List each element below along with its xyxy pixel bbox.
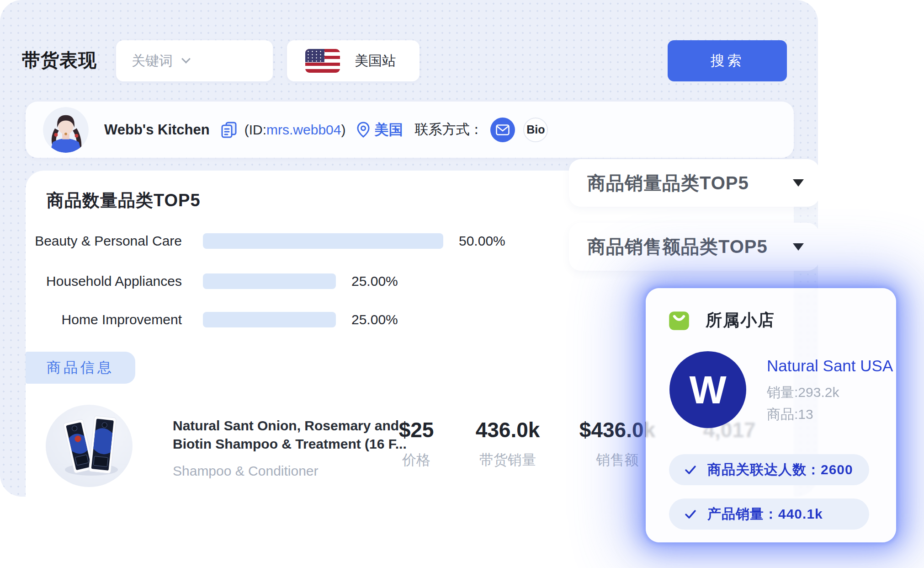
dropdown-label: 商品销量品类TOP5 xyxy=(587,171,749,196)
shop-card: 所属小店 W Natural Sant USA 销量:293.2k 商品:13 … xyxy=(646,288,896,542)
checkmark-icon xyxy=(684,463,697,477)
product-title[interactable]: Natural Sant Onion, Rosemary andBiotin S… xyxy=(173,417,410,453)
product-title-line2: Biotin Shampoo & Treatment (16 F... xyxy=(173,436,407,451)
stat-value: $25 xyxy=(375,418,457,442)
id-suffix: ) xyxy=(341,122,345,137)
chart-row-label: Beauty & Personal Care xyxy=(29,233,182,249)
shop-badge-text: 产品销量：440.1k xyxy=(707,505,823,524)
profile-card: Webb's Kitchen (ID:mrs.webb04) 美国 联系方式： xyxy=(26,102,794,158)
keyword-search-input[interactable]: 关键词 xyxy=(116,40,273,81)
chart-row-value: 50.00% xyxy=(459,233,505,249)
stat-value: 436.0k xyxy=(462,418,553,442)
location-pin-icon xyxy=(356,121,371,139)
chart-row: Beauty & Personal Care 50.00% xyxy=(29,233,505,249)
shop-avatar[interactable]: W xyxy=(669,351,746,428)
keyword-placeholder: 关键词 xyxy=(132,52,173,70)
shop-name-link[interactable]: Natural Sant USA xyxy=(767,357,893,375)
shop-product-count: 商品:13 xyxy=(767,405,813,424)
dropdown-label: 商品销售额品类TOP5 xyxy=(587,234,768,259)
shop-badge-creators: 商品关联达人数：2600 xyxy=(669,454,869,485)
id-prefix: (ID: xyxy=(244,122,266,137)
chevron-down-icon[interactable] xyxy=(181,54,191,64)
product-category: Shampoo & Conditioner xyxy=(173,463,319,479)
us-flag-icon xyxy=(305,49,340,73)
copy-icon[interactable] xyxy=(220,121,238,139)
email-contact-button[interactable] xyxy=(490,118,515,142)
shop-card-title: 所属小店 xyxy=(706,309,775,332)
shop-initial: W xyxy=(689,367,726,413)
page: 带货表现 关键词 美国站 搜索 xyxy=(0,0,924,568)
chart-bar xyxy=(203,312,336,327)
region-selector[interactable]: 美国站 xyxy=(287,40,420,81)
bio-button[interactable]: Bio xyxy=(523,118,548,142)
shop-sales: 销量:293.2k xyxy=(767,383,839,402)
shop-badge-sales: 产品销量：440.1k xyxy=(669,498,869,530)
chart-row-label: Household Appliances xyxy=(29,273,182,289)
chart-bar xyxy=(203,273,336,289)
chart-row: Home Improvement 25.00% xyxy=(29,311,398,328)
shopping-bag-icon xyxy=(666,307,692,333)
stat-price: $25 价格 xyxy=(375,418,457,470)
checkmark-icon xyxy=(684,507,697,521)
stat-label: 价格 xyxy=(375,450,457,470)
dropdown-sales-volume-top5[interactable]: 商品销量品类TOP5 xyxy=(569,159,818,207)
page-title: 带货表现 xyxy=(22,48,97,73)
avatar[interactable] xyxy=(43,107,89,153)
chart-bar xyxy=(203,233,443,249)
caret-down-icon xyxy=(793,243,804,251)
shop-badge-text: 商品关联达人数：2600 xyxy=(707,461,853,479)
product-title-line1: Natural Sant Onion, Rosemary and xyxy=(173,418,399,433)
chart-row-value: 25.00% xyxy=(351,273,398,289)
id-link[interactable]: mrs.webb04 xyxy=(266,122,341,137)
dropdown-sales-amount-top5[interactable]: 商品销售额品类TOP5 xyxy=(569,223,818,271)
caret-down-icon xyxy=(793,179,804,187)
chart-row: Household Appliances 25.00% xyxy=(29,273,398,289)
profile-region: 美国 xyxy=(374,120,403,139)
stat-label: 带货销量 xyxy=(462,450,553,470)
contact-label: 联系方式： xyxy=(414,120,483,139)
region-label: 美国站 xyxy=(355,52,396,70)
envelope-icon xyxy=(496,124,510,135)
shop-owner-id: (ID:mrs.webb04) xyxy=(244,122,346,138)
chart-title: 商品数量品类TOP5 xyxy=(47,189,201,212)
search-button[interactable]: 搜索 xyxy=(668,40,787,81)
shop-card-header: 所属小店 xyxy=(666,307,775,333)
tab-product-info[interactable]: 商品信息 xyxy=(26,352,135,384)
shop-owner-name: Webb's Kitchen xyxy=(104,122,210,138)
stat-sales-volume: 436.0k 带货销量 xyxy=(462,418,553,470)
chart-row-label: Home Improvement xyxy=(29,312,182,327)
product-image[interactable] xyxy=(46,405,133,487)
chart-row-value: 25.00% xyxy=(351,312,398,327)
